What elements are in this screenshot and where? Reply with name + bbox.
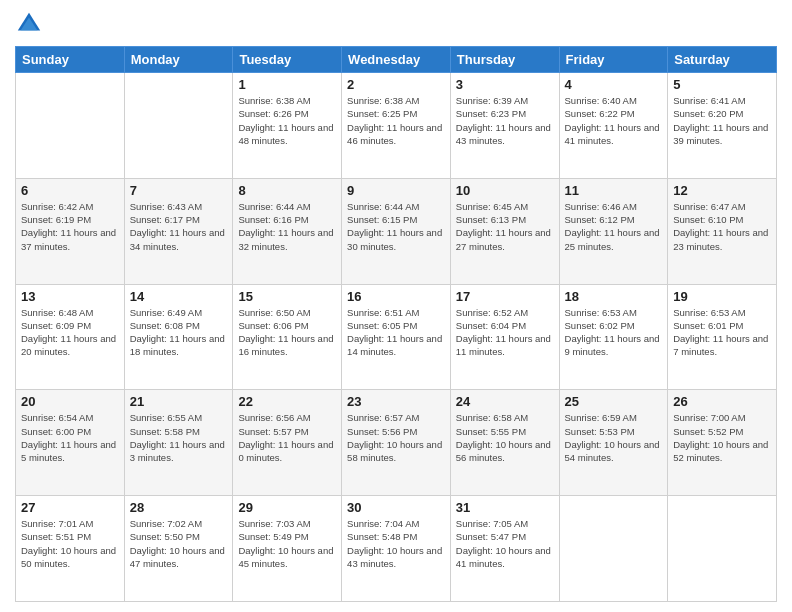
day-header-tuesday: Tuesday — [233, 47, 342, 73]
header — [15, 10, 777, 38]
calendar-week-row: 1Sunrise: 6:38 AM Sunset: 6:26 PM Daylig… — [16, 73, 777, 179]
calendar-cell: 7Sunrise: 6:43 AM Sunset: 6:17 PM Daylig… — [124, 178, 233, 284]
day-detail: Sunrise: 6:53 AM Sunset: 6:02 PM Dayligh… — [565, 306, 663, 359]
day-number: 21 — [130, 394, 228, 409]
calendar-cell: 13Sunrise: 6:48 AM Sunset: 6:09 PM Dayli… — [16, 284, 125, 390]
calendar-cell: 29Sunrise: 7:03 AM Sunset: 5:49 PM Dayli… — [233, 496, 342, 602]
calendar-cell: 16Sunrise: 6:51 AM Sunset: 6:05 PM Dayli… — [342, 284, 451, 390]
day-number: 1 — [238, 77, 336, 92]
day-header-sunday: Sunday — [16, 47, 125, 73]
calendar-table: SundayMondayTuesdayWednesdayThursdayFrid… — [15, 46, 777, 602]
calendar-cell: 22Sunrise: 6:56 AM Sunset: 5:57 PM Dayli… — [233, 390, 342, 496]
day-number: 19 — [673, 289, 771, 304]
day-number: 26 — [673, 394, 771, 409]
day-number: 29 — [238, 500, 336, 515]
calendar-cell: 20Sunrise: 6:54 AM Sunset: 6:00 PM Dayli… — [16, 390, 125, 496]
day-number: 12 — [673, 183, 771, 198]
calendar-cell: 21Sunrise: 6:55 AM Sunset: 5:58 PM Dayli… — [124, 390, 233, 496]
day-number: 18 — [565, 289, 663, 304]
day-number: 13 — [21, 289, 119, 304]
day-number: 11 — [565, 183, 663, 198]
day-number: 10 — [456, 183, 554, 198]
calendar-week-row: 20Sunrise: 6:54 AM Sunset: 6:00 PM Dayli… — [16, 390, 777, 496]
calendar-cell: 9Sunrise: 6:44 AM Sunset: 6:15 PM Daylig… — [342, 178, 451, 284]
day-number: 24 — [456, 394, 554, 409]
day-detail: Sunrise: 7:00 AM Sunset: 5:52 PM Dayligh… — [673, 411, 771, 464]
calendar-cell: 11Sunrise: 6:46 AM Sunset: 6:12 PM Dayli… — [559, 178, 668, 284]
day-detail: Sunrise: 6:55 AM Sunset: 5:58 PM Dayligh… — [130, 411, 228, 464]
logo-icon — [15, 10, 43, 38]
calendar-week-row: 6Sunrise: 6:42 AM Sunset: 6:19 PM Daylig… — [16, 178, 777, 284]
day-header-saturday: Saturday — [668, 47, 777, 73]
day-detail: Sunrise: 6:44 AM Sunset: 6:16 PM Dayligh… — [238, 200, 336, 253]
day-number: 27 — [21, 500, 119, 515]
day-detail: Sunrise: 6:57 AM Sunset: 5:56 PM Dayligh… — [347, 411, 445, 464]
day-number: 16 — [347, 289, 445, 304]
day-number: 4 — [565, 77, 663, 92]
calendar-cell: 27Sunrise: 7:01 AM Sunset: 5:51 PM Dayli… — [16, 496, 125, 602]
day-number: 6 — [21, 183, 119, 198]
calendar-cell: 23Sunrise: 6:57 AM Sunset: 5:56 PM Dayli… — [342, 390, 451, 496]
day-number: 23 — [347, 394, 445, 409]
calendar-cell — [124, 73, 233, 179]
day-detail: Sunrise: 6:45 AM Sunset: 6:13 PM Dayligh… — [456, 200, 554, 253]
day-detail: Sunrise: 6:42 AM Sunset: 6:19 PM Dayligh… — [21, 200, 119, 253]
day-number: 15 — [238, 289, 336, 304]
day-header-wednesday: Wednesday — [342, 47, 451, 73]
day-header-monday: Monday — [124, 47, 233, 73]
day-detail: Sunrise: 7:02 AM Sunset: 5:50 PM Dayligh… — [130, 517, 228, 570]
calendar-cell: 6Sunrise: 6:42 AM Sunset: 6:19 PM Daylig… — [16, 178, 125, 284]
calendar-cell: 26Sunrise: 7:00 AM Sunset: 5:52 PM Dayli… — [668, 390, 777, 496]
day-detail: Sunrise: 7:03 AM Sunset: 5:49 PM Dayligh… — [238, 517, 336, 570]
day-number: 20 — [21, 394, 119, 409]
day-number: 2 — [347, 77, 445, 92]
calendar-cell: 1Sunrise: 6:38 AM Sunset: 6:26 PM Daylig… — [233, 73, 342, 179]
day-number: 31 — [456, 500, 554, 515]
calendar-cell: 19Sunrise: 6:53 AM Sunset: 6:01 PM Dayli… — [668, 284, 777, 390]
calendar-week-row: 13Sunrise: 6:48 AM Sunset: 6:09 PM Dayli… — [16, 284, 777, 390]
calendar-cell: 2Sunrise: 6:38 AM Sunset: 6:25 PM Daylig… — [342, 73, 451, 179]
calendar-cell — [668, 496, 777, 602]
day-detail: Sunrise: 6:39 AM Sunset: 6:23 PM Dayligh… — [456, 94, 554, 147]
day-detail: Sunrise: 6:40 AM Sunset: 6:22 PM Dayligh… — [565, 94, 663, 147]
calendar-cell: 17Sunrise: 6:52 AM Sunset: 6:04 PM Dayli… — [450, 284, 559, 390]
day-detail: Sunrise: 6:44 AM Sunset: 6:15 PM Dayligh… — [347, 200, 445, 253]
day-detail: Sunrise: 6:46 AM Sunset: 6:12 PM Dayligh… — [565, 200, 663, 253]
day-header-friday: Friday — [559, 47, 668, 73]
page: SundayMondayTuesdayWednesdayThursdayFrid… — [0, 0, 792, 612]
day-detail: Sunrise: 6:56 AM Sunset: 5:57 PM Dayligh… — [238, 411, 336, 464]
day-number: 22 — [238, 394, 336, 409]
day-detail: Sunrise: 6:48 AM Sunset: 6:09 PM Dayligh… — [21, 306, 119, 359]
calendar-cell: 25Sunrise: 6:59 AM Sunset: 5:53 PM Dayli… — [559, 390, 668, 496]
calendar-cell: 10Sunrise: 6:45 AM Sunset: 6:13 PM Dayli… — [450, 178, 559, 284]
logo — [15, 10, 47, 38]
day-number: 28 — [130, 500, 228, 515]
day-detail: Sunrise: 6:38 AM Sunset: 6:25 PM Dayligh… — [347, 94, 445, 147]
calendar-cell: 4Sunrise: 6:40 AM Sunset: 6:22 PM Daylig… — [559, 73, 668, 179]
day-detail: Sunrise: 6:51 AM Sunset: 6:05 PM Dayligh… — [347, 306, 445, 359]
calendar-cell: 18Sunrise: 6:53 AM Sunset: 6:02 PM Dayli… — [559, 284, 668, 390]
calendar-cell — [16, 73, 125, 179]
day-detail: Sunrise: 7:05 AM Sunset: 5:47 PM Dayligh… — [456, 517, 554, 570]
calendar-cell: 31Sunrise: 7:05 AM Sunset: 5:47 PM Dayli… — [450, 496, 559, 602]
calendar-week-row: 27Sunrise: 7:01 AM Sunset: 5:51 PM Dayli… — [16, 496, 777, 602]
day-detail: Sunrise: 6:54 AM Sunset: 6:00 PM Dayligh… — [21, 411, 119, 464]
day-detail: Sunrise: 6:47 AM Sunset: 6:10 PM Dayligh… — [673, 200, 771, 253]
day-detail: Sunrise: 6:38 AM Sunset: 6:26 PM Dayligh… — [238, 94, 336, 147]
day-number: 9 — [347, 183, 445, 198]
day-number: 3 — [456, 77, 554, 92]
day-detail: Sunrise: 6:59 AM Sunset: 5:53 PM Dayligh… — [565, 411, 663, 464]
calendar-cell: 14Sunrise: 6:49 AM Sunset: 6:08 PM Dayli… — [124, 284, 233, 390]
day-detail: Sunrise: 7:01 AM Sunset: 5:51 PM Dayligh… — [21, 517, 119, 570]
day-header-thursday: Thursday — [450, 47, 559, 73]
day-number: 30 — [347, 500, 445, 515]
calendar-cell: 5Sunrise: 6:41 AM Sunset: 6:20 PM Daylig… — [668, 73, 777, 179]
calendar-cell: 28Sunrise: 7:02 AM Sunset: 5:50 PM Dayli… — [124, 496, 233, 602]
day-detail: Sunrise: 6:41 AM Sunset: 6:20 PM Dayligh… — [673, 94, 771, 147]
day-detail: Sunrise: 6:53 AM Sunset: 6:01 PM Dayligh… — [673, 306, 771, 359]
day-detail: Sunrise: 7:04 AM Sunset: 5:48 PM Dayligh… — [347, 517, 445, 570]
day-detail: Sunrise: 6:52 AM Sunset: 6:04 PM Dayligh… — [456, 306, 554, 359]
calendar-cell: 15Sunrise: 6:50 AM Sunset: 6:06 PM Dayli… — [233, 284, 342, 390]
calendar-cell: 8Sunrise: 6:44 AM Sunset: 6:16 PM Daylig… — [233, 178, 342, 284]
day-detail: Sunrise: 6:50 AM Sunset: 6:06 PM Dayligh… — [238, 306, 336, 359]
